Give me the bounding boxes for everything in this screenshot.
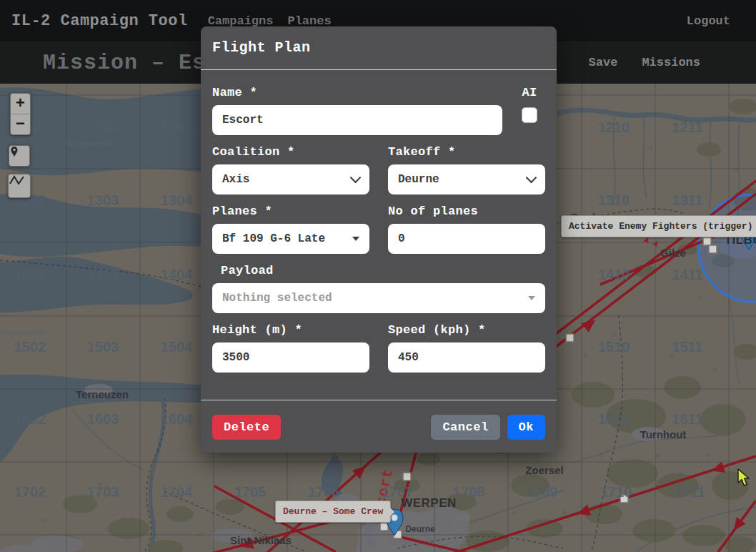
grid-cell-label: 1602 bbox=[14, 411, 46, 427]
header-actions: Save Missions bbox=[589, 56, 700, 69]
grid-cell-label: 1710 bbox=[600, 484, 632, 500]
modal-body: Name * AI Coalition * Axis Takeoff * Deu… bbox=[201, 70, 557, 400]
modal-header: Flight Plan bbox=[201, 26, 557, 70]
grid-cell-label: 1611 bbox=[672, 411, 702, 427]
grid-cell-label: 1708 bbox=[453, 484, 485, 500]
place-label: Terneuzen bbox=[76, 388, 129, 400]
polyline-icon bbox=[9, 174, 26, 186]
coalition-label: Coalition * bbox=[212, 145, 369, 159]
name-label: Name * bbox=[212, 86, 502, 99]
waypoint-marker bbox=[403, 473, 411, 480]
grid-cell-label: 1402 bbox=[14, 267, 46, 282]
grid-cell-label: 1203 bbox=[87, 119, 119, 135]
trigger-tooltip: Activate Enemy Fighters (trigger) bbox=[561, 215, 756, 237]
place-label: Oosterschelde bbox=[66, 140, 116, 148]
ai-label: AI bbox=[514, 86, 545, 99]
coalition-value: Axis bbox=[222, 173, 249, 186]
grid-cell-label: 1410 bbox=[598, 267, 630, 282]
grid-cell-label: 1303 bbox=[87, 192, 119, 208]
airfield-tooltip: Deurne – Some Crew bbox=[275, 501, 391, 523]
ok-button[interactable]: Ok bbox=[507, 415, 545, 440]
height-input[interactable] bbox=[212, 342, 369, 373]
grid-cell-label: 1604 bbox=[161, 411, 193, 427]
waypoint-marker bbox=[566, 334, 574, 342]
grid-cell-label: 1705 bbox=[234, 484, 267, 500]
add-marker-tool-button[interactable] bbox=[9, 145, 30, 167]
grid-cell-label: 1711 bbox=[674, 484, 705, 500]
caret-down-icon bbox=[352, 237, 359, 241]
payload-multiselect[interactable]: Nothing selected bbox=[212, 283, 545, 313]
takeoff-label: Takeoff * bbox=[388, 145, 545, 159]
coalition-select[interactable]: Axis bbox=[212, 164, 369, 194]
planes-label: Planes * bbox=[212, 204, 369, 218]
name-input[interactable] bbox=[212, 105, 502, 135]
takeoff-select[interactable]: Deurne bbox=[388, 164, 545, 194]
logout-link[interactable]: Logout bbox=[687, 14, 730, 28]
grid-cell-label: 1304 bbox=[161, 192, 193, 208]
grid-cell-label: 1603 bbox=[87, 411, 119, 427]
cancel-button[interactable]: Cancel bbox=[431, 415, 499, 440]
grid-cell-label: 1706 bbox=[308, 484, 340, 500]
map-zoom-control: + − bbox=[10, 93, 31, 135]
height-label: Height (m) * bbox=[212, 323, 369, 337]
grid-cell-label: 1503 bbox=[87, 339, 119, 355]
speed-label: Speed (kph) * bbox=[388, 323, 545, 337]
marker-icon bbox=[9, 146, 19, 157]
waypoint-marker bbox=[703, 237, 711, 245]
grid-cell-label: 1204 bbox=[161, 119, 193, 135]
place-label: Sint-Niklaas bbox=[230, 534, 292, 546]
place-label: Turnhout bbox=[640, 428, 687, 440]
no-of-planes-input[interactable] bbox=[388, 224, 545, 254]
zoom-out-button[interactable]: − bbox=[11, 114, 30, 134]
grid-cell-label: 1504 bbox=[161, 339, 193, 355]
il2-campaign-tool-app: { "navbar": { "brand": "IL-2 Campaign To… bbox=[0, 0, 756, 552]
grid-cell-label: 1310 bbox=[598, 192, 630, 208]
app-brand[interactable]: IL-2 Campaign Tool bbox=[11, 12, 188, 30]
save-button[interactable]: Save bbox=[589, 56, 618, 69]
grid-cell-label: 1510 bbox=[598, 339, 630, 355]
grid-cell-label: 1404 bbox=[161, 267, 193, 282]
delete-button[interactable]: Delete bbox=[212, 415, 281, 440]
chevron-down-icon bbox=[350, 172, 362, 184]
takeoff-value: Deurne bbox=[398, 173, 439, 186]
caret-down-icon bbox=[528, 296, 535, 300]
modal-footer: Delete Cancel Ok bbox=[201, 400, 557, 453]
place-label: WERPEN bbox=[401, 496, 457, 510]
draw-polyline-tool-button[interactable] bbox=[8, 174, 31, 198]
grid-cell-label: 1311 bbox=[672, 192, 702, 208]
grid-cell-label: 1703 bbox=[87, 484, 119, 500]
modal-title: Flight Plan bbox=[212, 38, 545, 58]
place-label: Gilze bbox=[660, 247, 686, 259]
payload-label: Payload bbox=[221, 264, 545, 277]
nav-link-campaigns[interactable]: Campaigns bbox=[208, 14, 274, 28]
speed-input[interactable] bbox=[388, 342, 545, 373]
waypoint-marker bbox=[709, 245, 717, 253]
grid-cell-label: 1610 bbox=[598, 411, 630, 427]
grid-cell-label: 1403 bbox=[87, 267, 119, 282]
chevron-down-icon bbox=[526, 172, 537, 184]
grid-cell-label: 1702 bbox=[14, 484, 46, 500]
payload-placeholder: Nothing selected bbox=[222, 292, 332, 305]
zoom-in-button[interactable]: + bbox=[11, 94, 30, 114]
grid-cell-label: 1210 bbox=[598, 119, 630, 135]
grid-cell-label: 1709 bbox=[526, 484, 558, 500]
grid-cell-label: 1704 bbox=[161, 484, 193, 500]
grid-cell-label: 1211 bbox=[672, 119, 702, 135]
planes-select[interactable]: Bf 109 G-6 Late bbox=[212, 224, 369, 254]
no-of-planes-label: No of planes bbox=[388, 204, 545, 218]
planes-value: Bf 109 G-6 Late bbox=[222, 232, 325, 245]
nav-link-planes[interactable]: Planes bbox=[287, 14, 331, 28]
grid-cell-label: 1502 bbox=[14, 339, 46, 355]
grid-cell-label: 1511 bbox=[672, 339, 702, 355]
flight-plan-modal: Flight Plan Name * AI Coalition * Axis bbox=[201, 26, 557, 453]
place-label: Deurne bbox=[405, 524, 435, 534]
missions-button[interactable]: Missions bbox=[642, 56, 700, 69]
place-label: Westerschelde bbox=[0, 329, 47, 337]
place-label: Zoersel bbox=[525, 464, 563, 476]
grid-cell-label: 1411 bbox=[672, 267, 702, 282]
ai-checkbox[interactable] bbox=[522, 107, 537, 123]
